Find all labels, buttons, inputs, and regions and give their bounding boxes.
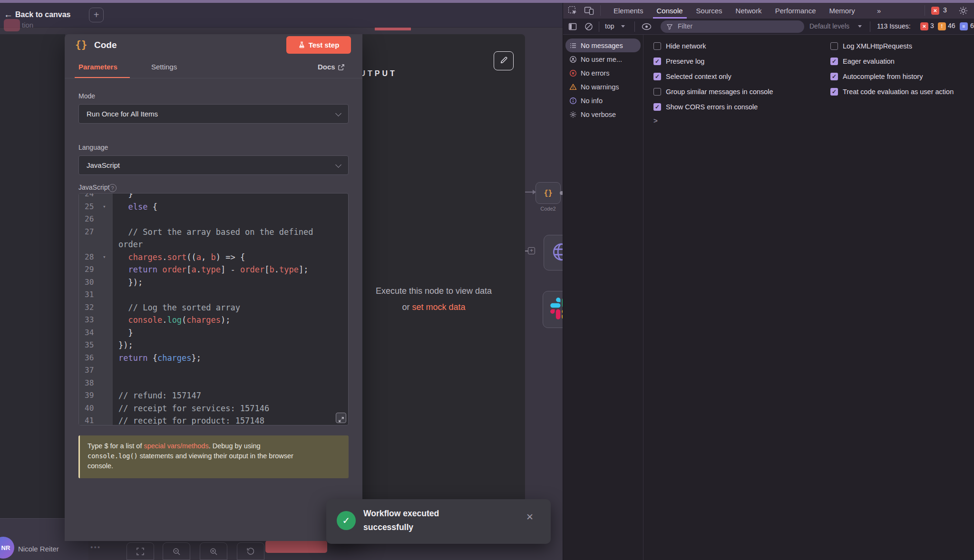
user-name[interactable]: Nicole Reiter	[18, 545, 59, 553]
console-filter-no-info[interactable]: No info	[565, 94, 641, 107]
devtools-settings-gear-icon[interactable]	[958, 6, 968, 16]
workflow-title-partial: tion	[22, 21, 33, 29]
console-sidebar-toggle-icon[interactable]	[568, 22, 577, 31]
caret-down-icon	[621, 25, 625, 28]
docs-link[interactable]: Docs	[318, 63, 344, 71]
avatar[interactable]: NR	[0, 537, 14, 559]
checked-checkbox[interactable]: ✓	[653, 73, 661, 80]
devtools-tab-network[interactable]: Network	[729, 3, 769, 19]
test-step-button[interactable]: Test step	[286, 36, 351, 54]
code-text: charges.sort((a, b) => {	[113, 251, 245, 264]
back-to-canvas-button[interactable]: Back to canvas	[15, 10, 71, 19]
checked-checkbox[interactable]: ✓	[653, 58, 661, 65]
close-icon[interactable]: ✕	[526, 512, 534, 522]
unchecked-checkbox[interactable]	[653, 88, 661, 96]
node-http-request[interactable]	[544, 235, 563, 270]
code-line: 30 });	[79, 276, 348, 289]
line-number: 35	[79, 339, 113, 352]
console-setting-row: Group similar messages in console	[653, 84, 773, 99]
log-levels-select[interactable]: Default levels	[809, 22, 849, 30]
slack-icon	[550, 298, 563, 321]
code-text: return {charges};	[113, 352, 201, 365]
special-vars-link[interactable]: special vars/methods	[144, 442, 208, 450]
code-line: order	[79, 238, 348, 251]
console-setting-row: Log XMLHttpRequests	[830, 39, 954, 54]
node-code2[interactable]: {}	[536, 182, 561, 204]
devtools-tab-memory[interactable]: Memory	[823, 3, 862, 19]
code-line: 29 return order[a.type] - order[b.type];	[79, 263, 348, 276]
verbose-icon	[569, 111, 577, 118]
code-text	[113, 377, 118, 390]
add-connection-button[interactable]: +	[528, 247, 535, 254]
fit-view-button[interactable]	[127, 542, 154, 560]
test-workflow-button[interactable]	[265, 541, 327, 553]
n8n-app: tion ← Back to canvas + Editor Execution…	[0, 0, 563, 560]
console-filter-label: No verbose	[581, 111, 616, 118]
fold-chevron-icon[interactable]: ▾	[103, 201, 106, 213]
checked-checkbox[interactable]: ✓	[830, 88, 838, 96]
console-setting-row: ✓Autocomplete from history	[830, 69, 954, 84]
code-text: // receipt for services: 157146	[113, 402, 269, 415]
issues-error-count: 3	[930, 22, 934, 29]
inspect-element-icon[interactable]	[568, 6, 578, 16]
error-badge-icon[interactable]: ✕	[931, 7, 939, 15]
success-check-icon: ✓	[337, 511, 356, 530]
devtools-tab-console[interactable]: Console	[650, 3, 690, 19]
fold-chevron-icon[interactable]: ▾	[103, 251, 106, 264]
devtools-tab-performance[interactable]: Performance	[769, 3, 823, 19]
eye-icon[interactable]	[641, 23, 652, 30]
device-toolbar-icon[interactable]	[584, 6, 594, 16]
devtools-tab-elements[interactable]: Elements	[607, 3, 650, 19]
edit-output-button[interactable]	[494, 51, 514, 70]
console-settings-col1: Hide network✓Preserve log✓Selected conte…	[653, 35, 773, 115]
checked-checkbox[interactable]: ✓	[653, 103, 661, 111]
tab-settings[interactable]: Settings	[151, 63, 177, 71]
zoom-out-icon	[172, 547, 181, 556]
context-selector[interactable]: top	[605, 22, 614, 30]
checkbox-label: Eager evaluation	[843, 58, 895, 65]
console-prompt[interactable]: >	[653, 116, 658, 125]
warning-icon	[569, 83, 577, 91]
devtools-tab-sources[interactable]: Sources	[690, 3, 729, 19]
user-menu-dots[interactable]: ●●●	[90, 545, 101, 550]
reset-zoom-button[interactable]	[237, 542, 264, 560]
console-filter-no-user-me-[interactable]: No user me...	[565, 52, 641, 66]
add-node-button[interactable]: +	[89, 8, 104, 22]
line-number: 31	[79, 289, 113, 301]
console-filter-label: No warnings	[581, 83, 619, 91]
zoom-in-icon	[209, 547, 218, 556]
issues-count-label[interactable]: 113 Issues:	[877, 22, 911, 30]
console-filter-no-verbose[interactable]: No verbose	[565, 107, 641, 121]
success-toast: ✓ Workflow executed successfully ✕	[326, 499, 551, 544]
console-filter-no-warnings[interactable]: No warnings	[565, 80, 641, 94]
console-filter-no-messages[interactable]: No messages	[565, 39, 641, 52]
console-filter-label: No messages	[581, 42, 623, 49]
clear-console-icon[interactable]	[584, 22, 594, 31]
code-editor[interactable]: 24 }25▾ else {2627 // Sort the array bas…	[78, 193, 349, 425]
checked-checkbox[interactable]: ✓	[830, 73, 838, 80]
expand-editor-button[interactable]	[336, 413, 346, 423]
node-output-port[interactable]	[560, 191, 563, 195]
help-icon[interactable]: ?	[108, 184, 117, 192]
filter-funnel-icon	[666, 23, 673, 30]
checked-checkbox[interactable]: ✓	[830, 58, 838, 65]
unchecked-checkbox[interactable]	[653, 42, 661, 50]
code-text: }	[113, 193, 133, 201]
console-filter-input[interactable]: Filter	[661, 20, 804, 33]
info-icon	[569, 97, 577, 105]
checkbox-label: Treat code evaluation as user action	[843, 88, 954, 96]
set-mock-data-link[interactable]: set mock data	[412, 302, 465, 312]
console-filter-no-errors[interactable]: No errors	[565, 66, 641, 80]
tab-parameters[interactable]: Parameters	[78, 63, 117, 71]
language-select[interactable]: JavaScript	[78, 155, 349, 175]
code-line: 27 // Sort the array based on the define…	[79, 226, 348, 239]
mode-label: Mode	[78, 92, 95, 100]
node-slack[interactable]	[543, 291, 563, 328]
chevron-down-icon	[335, 162, 341, 168]
zoom-in-button[interactable]	[200, 542, 227, 560]
n8n-logo	[4, 19, 20, 31]
unchecked-checkbox[interactable]	[830, 42, 838, 50]
more-tabs-button[interactable]: »	[877, 3, 880, 19]
zoom-out-button[interactable]	[163, 542, 190, 560]
mode-select[interactable]: Run Once for All Items	[78, 104, 349, 124]
